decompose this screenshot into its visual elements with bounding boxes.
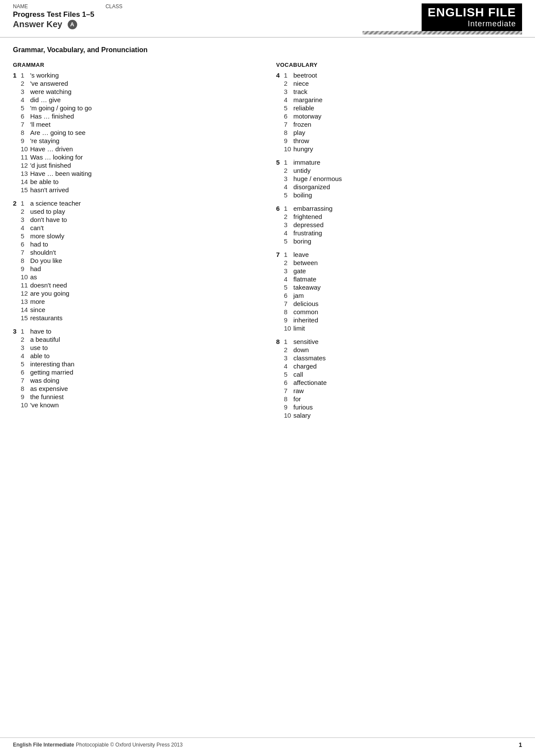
item-number: 5 bbox=[21, 104, 30, 112]
answer-item-row: 10as bbox=[13, 273, 259, 281]
item-number: 9 bbox=[21, 137, 30, 144]
answer-item-row: 12are you going bbox=[13, 290, 259, 297]
item-number: 5 bbox=[21, 232, 30, 240]
item-text: beetroot bbox=[294, 72, 317, 79]
item-text: the funniest bbox=[30, 393, 64, 400]
answer-item-row: 8for bbox=[276, 395, 522, 403]
item-number: 7 bbox=[21, 249, 30, 256]
answer-item-row: 10hungry bbox=[276, 145, 522, 153]
answer-item-row: 6Has … finished bbox=[13, 112, 259, 120]
item-number: 9 bbox=[21, 393, 30, 400]
item-text: be able to bbox=[30, 178, 59, 185]
item-text: 've answered bbox=[30, 80, 68, 87]
header-labels: NAME CLASS bbox=[13, 3, 363, 9]
item-number: 5 bbox=[284, 371, 294, 378]
vocabulary-groups: 41beetroot2niece3track4margarine5reliabl… bbox=[276, 72, 522, 419]
vocabulary-title: VOCABULARY bbox=[276, 62, 522, 68]
item-text: shouldn't bbox=[30, 249, 56, 256]
main-content: Grammar, Vocabulary, and Pronunciation G… bbox=[0, 37, 535, 438]
answer-item-row: 9the funniest bbox=[13, 393, 259, 400]
item-number: 8 bbox=[21, 257, 30, 264]
item-text: salary bbox=[294, 412, 311, 419]
answer-item-row: 7delicious bbox=[276, 300, 522, 307]
item-text: Have … been waiting bbox=[30, 170, 92, 177]
answer-item-row: 7raw bbox=[276, 387, 522, 394]
page-header: NAME CLASS Progress Test Files 1–5 Answe… bbox=[0, 0, 535, 37]
page-footer: English File Intermediate Photocopiable … bbox=[0, 737, 535, 748]
answer-item-row: 10limit bbox=[276, 325, 522, 332]
answer-item-row: 4frustrating bbox=[276, 229, 522, 237]
answer-item-row: 4margarine bbox=[276, 96, 522, 103]
item-number: 14 bbox=[21, 306, 30, 313]
answer-group: 21a science teacher2used to play3don't h… bbox=[13, 200, 259, 322]
class-label: CLASS bbox=[106, 3, 122, 9]
answer-item-row: 10salary bbox=[276, 412, 522, 419]
item-text: untidy bbox=[294, 167, 311, 174]
answer-item-row: 10Have … driven bbox=[13, 145, 259, 153]
answer-item-row: 71leave bbox=[276, 251, 522, 258]
answer-item-row: 15restaurants bbox=[13, 314, 259, 322]
item-number: 8 bbox=[21, 129, 30, 136]
group-number: 4 bbox=[276, 72, 284, 79]
item-number: 3 bbox=[284, 221, 294, 228]
grammar-groups: 11's working2've answered3were watching4… bbox=[13, 72, 259, 409]
answer-item-row: 2used to play bbox=[13, 208, 259, 215]
item-text: inherited bbox=[294, 316, 319, 324]
answer-item-row: 5interesting than bbox=[13, 360, 259, 368]
answer-item-row: 2between bbox=[276, 259, 522, 266]
item-number: 2 bbox=[21, 336, 30, 343]
logo-box: ENGLISH FILE Intermediate bbox=[422, 3, 522, 31]
item-number: 11 bbox=[21, 281, 30, 289]
item-number: 10 bbox=[284, 412, 294, 419]
item-text: play bbox=[294, 129, 306, 136]
answer-item-row: 9inherited bbox=[276, 316, 522, 324]
item-text: classmates bbox=[294, 354, 326, 362]
item-number: 3 bbox=[284, 88, 294, 95]
item-text: Was … looking for bbox=[30, 153, 83, 161]
item-text: motorway bbox=[294, 112, 322, 120]
item-number: 8 bbox=[284, 395, 294, 403]
main-section-title: Grammar, Vocabulary, and Pronunciation bbox=[13, 46, 522, 54]
item-number: 5 bbox=[21, 360, 30, 368]
item-number: 1 bbox=[284, 338, 294, 345]
answer-item-row: 6jam bbox=[276, 292, 522, 299]
item-number: 3 bbox=[284, 267, 294, 275]
answer-item-row: 7frozen bbox=[276, 121, 522, 128]
item-number: 7 bbox=[21, 121, 30, 128]
item-text: embarrassing bbox=[294, 205, 333, 212]
item-number: 3 bbox=[21, 216, 30, 223]
item-number: 1 bbox=[284, 72, 294, 79]
answer-item-row: 7'll meet bbox=[13, 121, 259, 128]
item-text: huge / enormous bbox=[294, 175, 342, 182]
answer-group: 31have to2a beautiful3use to4able to5int… bbox=[13, 328, 259, 409]
item-number: 15 bbox=[21, 186, 30, 194]
item-number: 13 bbox=[21, 170, 30, 177]
answer-item-row: 3depressed bbox=[276, 221, 522, 228]
item-number: 10 bbox=[284, 145, 294, 153]
answer-item-row: 7was doing bbox=[13, 377, 259, 384]
answer-item-row: 14be able to bbox=[13, 178, 259, 185]
item-text: had bbox=[30, 265, 41, 272]
item-number: 10 bbox=[284, 325, 294, 332]
item-number: 4 bbox=[21, 96, 30, 103]
item-text: a beautiful bbox=[30, 336, 60, 343]
answer-group: 61embarrassing2frightened3depressed4frus… bbox=[276, 205, 522, 245]
item-number: 10 bbox=[21, 273, 30, 281]
item-number: 9 bbox=[284, 403, 294, 411]
answer-item-row: 5call bbox=[276, 371, 522, 378]
item-number: 8 bbox=[284, 308, 294, 316]
answer-item-row: 14since bbox=[13, 306, 259, 313]
item-text: Are … going to see bbox=[30, 129, 85, 136]
item-text: immature bbox=[294, 159, 321, 166]
item-text: can't bbox=[30, 224, 44, 231]
item-text: are you going bbox=[30, 290, 69, 297]
item-text: track bbox=[294, 88, 308, 95]
answer-group: 81sensitive2down3classmates4charged5call… bbox=[276, 338, 522, 419]
answer-item-row: 4can't bbox=[13, 224, 259, 231]
item-number: 1 bbox=[284, 205, 294, 212]
item-text: sensitive bbox=[294, 338, 319, 345]
item-number: 3 bbox=[284, 175, 294, 182]
answer-item-row: 2a beautiful bbox=[13, 336, 259, 343]
item-text: as expensive bbox=[30, 385, 68, 392]
item-number: 5 bbox=[284, 237, 294, 245]
